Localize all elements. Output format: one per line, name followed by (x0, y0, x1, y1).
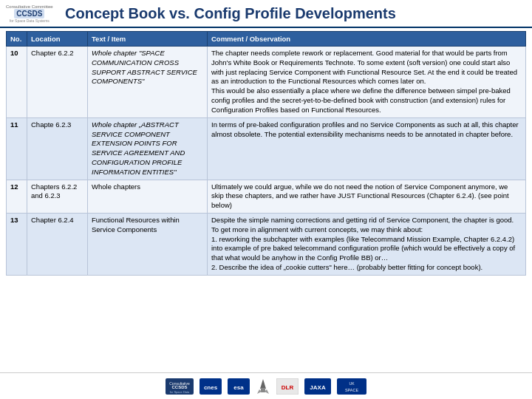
table-header-row: No. Location Text / Item Comment / Obser… (7, 32, 526, 47)
footer-cnes-icon: cnes (200, 378, 222, 395)
col-header-text: Text / Item (88, 32, 208, 47)
main-table: No. Location Text / Item Comment / Obser… (6, 31, 526, 276)
cell-comment: Despite the simple naming corrections an… (208, 214, 526, 276)
table-row: 13Chapter 6.2.4Functional Resources with… (7, 214, 526, 276)
table-row: 10Chapter 6.2.2Whole chapter "SPACE COMM… (7, 47, 526, 118)
cell-text-item: Whole chapter "SPACE COMMUNICATION CROSS… (88, 47, 208, 118)
footer-esa-icon: esa (228, 378, 250, 395)
cell-comment: In terms of pre-baked configuration prof… (208, 117, 526, 180)
footer-rocket-icon (256, 378, 270, 395)
ccsds-logo: Consultative Committee CCSDS for Space D… (6, 4, 53, 23)
svg-text:SPACE: SPACE (345, 388, 359, 392)
footer-ccsds-icon: Consultative CCSDS for Space Data (166, 378, 194, 395)
logo-bottom-text: for Space Data Systems (10, 18, 50, 23)
page-title: Concept Book vs. Config Profile Developm… (65, 5, 526, 22)
header: Consultative Committee CCSDS for Space D… (0, 0, 532, 28)
svg-rect-9 (261, 388, 265, 392)
table-row: 11Chapte 6.2.3Whole chapter „ABSTRACT SE… (7, 117, 526, 180)
footer-jaxa-icon: JAXA (304, 378, 331, 395)
cell-location: Chapters 6.2.2 and 6.2.3 (27, 180, 88, 213)
svg-text:DLR: DLR (282, 384, 294, 391)
table-container: No. Location Text / Item Comment / Obser… (0, 28, 532, 372)
footer-ukspace-icon: UK SPACE (337, 378, 366, 395)
cell-comment: Ultimately we could argue, while we do n… (208, 180, 526, 213)
col-header-comment: Comment / Observation (208, 32, 526, 47)
cell-location: Chapte 6.2.3 (27, 117, 88, 180)
svg-text:UK: UK (349, 381, 355, 386)
svg-text:cnes: cnes (204, 384, 218, 391)
logo-top-text: Consultative Committee (6, 4, 53, 9)
col-header-no: No. (7, 32, 27, 47)
cell-comment: The chapter needs complete rework or rep… (208, 47, 526, 118)
footer: Consultative CCSDS for Space Data cnes e… (0, 372, 532, 399)
svg-text:esa: esa (233, 384, 244, 391)
app-container: Consultative Committee CCSDS for Space D… (0, 0, 532, 399)
cell-text-item: Whole chapters (88, 180, 208, 213)
svg-text:CCSDS: CCSDS (171, 385, 187, 389)
cell-no: 10 (7, 47, 27, 118)
cell-no: 11 (7, 117, 27, 180)
svg-text:for Space Data: for Space Data (170, 390, 190, 394)
cell-text-item: Whole chapter „ABSTRACT SERVICE COMPONEN… (88, 117, 208, 180)
logo-main-text: CCSDS (14, 9, 44, 18)
table-row: 12Chapters 6.2.2 and 6.2.3Whole chapters… (7, 180, 526, 213)
footer-logos: Consultative CCSDS for Space Data cnes e… (166, 378, 366, 395)
cell-no: 13 (7, 214, 27, 276)
svg-text:JAXA: JAXA (310, 384, 326, 391)
footer-dlr-icon: DLR (276, 378, 299, 395)
cell-no: 12 (7, 180, 27, 213)
cell-text-item: Functional Resources within Service Comp… (88, 214, 208, 276)
col-header-location: Location (27, 32, 88, 47)
cell-location: Chapter 6.2.2 (27, 47, 88, 118)
logo-area: Consultative Committee CCSDS for Space D… (6, 4, 65, 23)
cell-location: Chapter 6.2.4 (27, 214, 88, 276)
svg-marker-8 (260, 379, 266, 389)
